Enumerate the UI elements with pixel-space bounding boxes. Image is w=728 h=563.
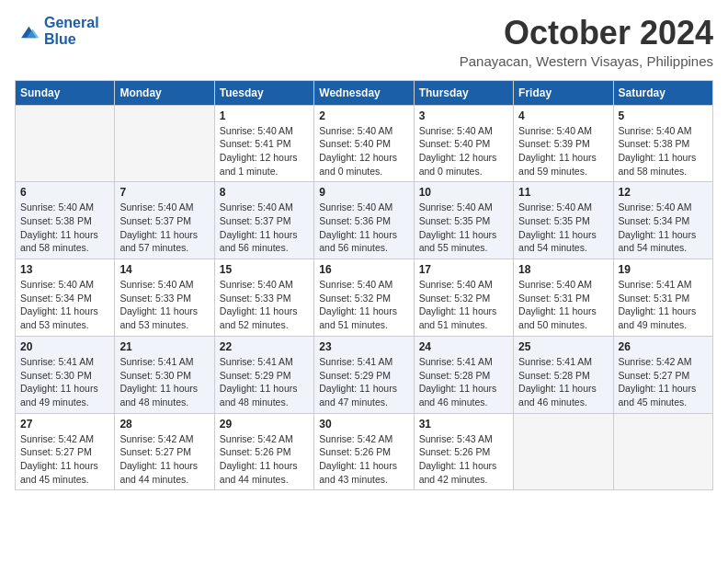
calendar-week-row: 13Sunrise: 5:40 AMSunset: 5:34 PMDayligh…: [16, 259, 713, 337]
day-info: Sunrise: 5:40 AMSunset: 5:32 PMDaylight:…: [319, 278, 408, 332]
calendar-cell: 1Sunrise: 5:40 AMSunset: 5:41 PMDaylight…: [214, 105, 313, 182]
day-number: 8: [220, 186, 309, 199]
day-info: Sunrise: 5:41 AMSunset: 5:30 PMDaylight:…: [119, 355, 209, 409]
day-number: 12: [619, 186, 708, 199]
calendar-cell: 6Sunrise: 5:40 AMSunset: 5:38 PMDaylight…: [16, 182, 115, 259]
day-info: Sunrise: 5:43 AMSunset: 5:26 PMDaylight:…: [419, 432, 508, 487]
calendar-cell: 7Sunrise: 5:40 AMSunset: 5:37 PMDaylight…: [115, 182, 214, 259]
day-number: 14: [119, 263, 209, 276]
day-info: Sunrise: 5:40 AMSunset: 5:37 PMDaylight:…: [220, 201, 309, 255]
weekday-header-thursday: Thursday: [414, 80, 513, 105]
day-info: Sunrise: 5:41 AMSunset: 5:28 PMDaylight:…: [419, 355, 508, 409]
day-number: 4: [518, 109, 608, 122]
calendar-cell: 26Sunrise: 5:42 AMSunset: 5:27 PMDayligh…: [613, 336, 712, 413]
day-number: 3: [419, 109, 508, 122]
day-number: 5: [619, 109, 708, 122]
calendar-cell: 25Sunrise: 5:41 AMSunset: 5:28 PMDayligh…: [514, 336, 613, 413]
calendar-cell: 30Sunrise: 5:42 AMSunset: 5:26 PMDayligh…: [314, 413, 414, 490]
day-info: Sunrise: 5:40 AMSunset: 5:34 PMDaylight:…: [20, 278, 109, 332]
day-info: Sunrise: 5:40 AMSunset: 5:40 PMDaylight:…: [319, 124, 408, 178]
day-number: 28: [119, 418, 209, 431]
title-block: October 2024 Panayacan, Western Visayas,…: [460, 15, 713, 69]
calendar-cell: [115, 105, 214, 182]
calendar-cell: [613, 413, 712, 490]
day-number: 15: [220, 263, 309, 276]
calendar-cell: 24Sunrise: 5:41 AMSunset: 5:28 PMDayligh…: [414, 336, 513, 413]
calendar-cell: 15Sunrise: 5:40 AMSunset: 5:33 PMDayligh…: [214, 259, 313, 337]
calendar-cell: 19Sunrise: 5:41 AMSunset: 5:31 PMDayligh…: [613, 259, 712, 337]
calendar-week-row: 1Sunrise: 5:40 AMSunset: 5:41 PMDaylight…: [16, 105, 713, 182]
calendar-cell: 3Sunrise: 5:40 AMSunset: 5:40 PMDaylight…: [414, 105, 513, 182]
calendar-cell: 23Sunrise: 5:41 AMSunset: 5:29 PMDayligh…: [314, 336, 414, 413]
calendar-cell: 4Sunrise: 5:40 AMSunset: 5:39 PMDaylight…: [514, 105, 613, 182]
day-info: Sunrise: 5:40 AMSunset: 5:41 PMDaylight:…: [220, 124, 309, 178]
day-info: Sunrise: 5:40 AMSunset: 5:40 PMDaylight:…: [419, 124, 508, 178]
logo-icon: [15, 24, 40, 40]
calendar-cell: 12Sunrise: 5:40 AMSunset: 5:34 PMDayligh…: [613, 182, 712, 259]
calendar-cell: 9Sunrise: 5:40 AMSunset: 5:36 PMDaylight…: [314, 182, 414, 259]
day-info: Sunrise: 5:41 AMSunset: 5:29 PMDaylight:…: [220, 355, 309, 409]
day-number: 17: [419, 263, 508, 276]
day-number: 27: [20, 418, 109, 431]
day-number: 1: [220, 109, 309, 122]
day-number: 29: [220, 418, 309, 431]
calendar-cell: 14Sunrise: 5:40 AMSunset: 5:33 PMDayligh…: [115, 259, 214, 337]
day-number: 22: [220, 340, 309, 353]
day-info: Sunrise: 5:40 AMSunset: 5:36 PMDaylight:…: [319, 201, 408, 255]
day-info: Sunrise: 5:40 AMSunset: 5:39 PMDaylight:…: [518, 124, 608, 178]
day-info: Sunrise: 5:42 AMSunset: 5:26 PMDaylight:…: [319, 432, 408, 487]
calendar-cell: 28Sunrise: 5:42 AMSunset: 5:27 PMDayligh…: [115, 413, 214, 490]
page-header: General Blue October 2024 Panayacan, Wes…: [15, 15, 713, 69]
day-info: Sunrise: 5:41 AMSunset: 5:30 PMDaylight:…: [20, 355, 109, 409]
day-info: Sunrise: 5:40 AMSunset: 5:32 PMDaylight:…: [419, 278, 508, 332]
logo-line1: General: [44, 15, 99, 30]
weekday-header-saturday: Saturday: [613, 80, 712, 105]
day-info: Sunrise: 5:42 AMSunset: 5:27 PMDaylight:…: [619, 355, 708, 409]
day-info: Sunrise: 5:40 AMSunset: 5:33 PMDaylight:…: [220, 278, 309, 332]
day-info: Sunrise: 5:41 AMSunset: 5:29 PMDaylight:…: [319, 355, 408, 409]
day-info: Sunrise: 5:42 AMSunset: 5:27 PMDaylight:…: [20, 432, 109, 487]
day-number: 10: [419, 186, 508, 199]
calendar-cell: 29Sunrise: 5:42 AMSunset: 5:26 PMDayligh…: [214, 413, 313, 490]
weekday-header-friday: Friday: [514, 80, 613, 105]
calendar-cell: 13Sunrise: 5:40 AMSunset: 5:34 PMDayligh…: [16, 259, 115, 337]
calendar-header-row: SundayMondayTuesdayWednesdayThursdayFrid…: [16, 80, 713, 105]
day-number: 19: [619, 263, 708, 276]
day-info: Sunrise: 5:40 AMSunset: 5:35 PMDaylight:…: [419, 201, 508, 255]
weekday-header-tuesday: Tuesday: [214, 80, 313, 105]
day-info: Sunrise: 5:40 AMSunset: 5:38 PMDaylight:…: [619, 124, 708, 178]
day-info: Sunrise: 5:41 AMSunset: 5:28 PMDaylight:…: [518, 355, 608, 409]
day-number: 31: [419, 418, 508, 431]
calendar-cell: 2Sunrise: 5:40 AMSunset: 5:40 PMDaylight…: [314, 105, 414, 182]
calendar-cell: 5Sunrise: 5:40 AMSunset: 5:38 PMDaylight…: [613, 105, 712, 182]
day-number: 24: [419, 340, 508, 353]
day-info: Sunrise: 5:42 AMSunset: 5:27 PMDaylight:…: [119, 432, 209, 487]
calendar-cell: 31Sunrise: 5:43 AMSunset: 5:26 PMDayligh…: [414, 413, 513, 490]
day-number: 11: [518, 186, 608, 199]
calendar-cell: 16Sunrise: 5:40 AMSunset: 5:32 PMDayligh…: [314, 259, 414, 337]
day-number: 21: [119, 340, 209, 353]
day-info: Sunrise: 5:40 AMSunset: 5:33 PMDaylight:…: [119, 278, 209, 332]
day-number: 16: [319, 263, 408, 276]
day-info: Sunrise: 5:42 AMSunset: 5:26 PMDaylight:…: [220, 432, 309, 487]
day-number: 23: [319, 340, 408, 353]
day-info: Sunrise: 5:40 AMSunset: 5:34 PMDaylight:…: [619, 201, 708, 255]
weekday-header-wednesday: Wednesday: [314, 80, 414, 105]
logo: General Blue: [15, 15, 99, 47]
day-number: 26: [619, 340, 708, 353]
calendar-week-row: 20Sunrise: 5:41 AMSunset: 5:30 PMDayligh…: [16, 336, 713, 413]
weekday-header-monday: Monday: [115, 80, 214, 105]
day-number: 7: [119, 186, 209, 199]
calendar-cell: [16, 105, 115, 182]
calendar-week-row: 6Sunrise: 5:40 AMSunset: 5:38 PMDaylight…: [16, 182, 713, 259]
calendar-cell: 21Sunrise: 5:41 AMSunset: 5:30 PMDayligh…: [115, 336, 214, 413]
day-number: 20: [20, 340, 109, 353]
day-number: 9: [319, 186, 408, 199]
day-info: Sunrise: 5:41 AMSunset: 5:31 PMDaylight:…: [619, 278, 708, 332]
day-info: Sunrise: 5:40 AMSunset: 5:37 PMDaylight:…: [119, 201, 209, 255]
day-info: Sunrise: 5:40 AMSunset: 5:38 PMDaylight:…: [20, 201, 109, 255]
day-info: Sunrise: 5:40 AMSunset: 5:35 PMDaylight:…: [518, 201, 608, 255]
day-number: 6: [20, 186, 109, 199]
calendar-cell: 10Sunrise: 5:40 AMSunset: 5:35 PMDayligh…: [414, 182, 513, 259]
day-number: 25: [518, 340, 608, 353]
